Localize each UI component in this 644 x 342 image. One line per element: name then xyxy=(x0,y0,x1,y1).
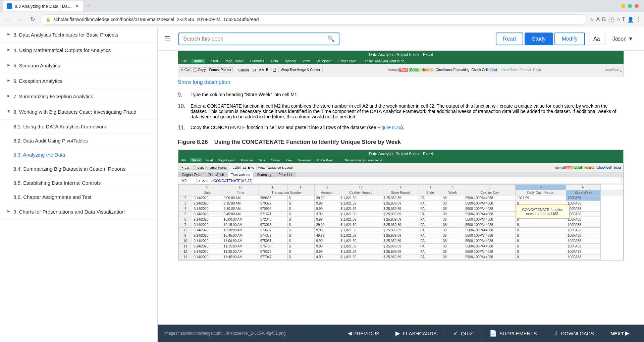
sidebar-item-ch8-3[interactable]: 8.3. Analyzing the Data xyxy=(13,148,157,162)
translate-icon[interactable]: T xyxy=(622,16,625,22)
wrap-text-btn[interactable]: Wrap Text xyxy=(258,166,272,169)
quiz-btn[interactable]: ✓ QUIZ xyxy=(445,325,481,342)
address-bar: ← → ↻ 🔒 scholar.flatworldknowledge.com/b… xyxy=(0,12,644,27)
col-header-i: I xyxy=(382,185,419,190)
flashcards-label: FLASHCARDS xyxy=(403,331,437,336)
font-size-btn[interactable]: Aa xyxy=(588,33,606,45)
supplements-btn[interactable]: 📄 SUPPLEMENTS xyxy=(481,325,545,342)
ribbon-home[interactable]: Home xyxy=(190,158,202,162)
bottom-url-text: images.flatworldknowledge.com/.../manzoe… xyxy=(164,331,286,336)
header-store-week: Store Week xyxy=(566,190,600,195)
sidebar-item-ch3[interactable]: ► 3. Data Analytics Techniques for Basic… xyxy=(0,27,157,43)
previous-btn[interactable]: ◀ PREVIOUS xyxy=(340,325,387,342)
underline-btn[interactable]: U xyxy=(252,166,255,169)
merge-center-btn[interactable]: Merge & Center xyxy=(272,166,294,169)
study-btn[interactable]: Study xyxy=(525,33,553,45)
ribbon-tellme[interactable]: Tell me what you want to do... xyxy=(343,158,386,162)
tab-audit[interactable]: Data Audit xyxy=(205,172,227,177)
ribbon-data[interactable]: Data xyxy=(257,158,267,162)
read-btn[interactable]: Read xyxy=(496,33,523,45)
ribbon-powerpivot[interactable]: Power Pivot xyxy=(315,158,334,162)
bottom-actions: ◀ PREVIOUS ▶ FLASHCARDS ✓ QUIZ 📄 SUPPLEM… xyxy=(340,325,637,342)
sidebar-item-ch6[interactable]: ► 6. Exception Analytics xyxy=(0,73,157,89)
step-9-text: Type the column heading "Store Week" int… xyxy=(191,92,624,98)
modify-btn[interactable]: Modify xyxy=(554,33,585,45)
ribbon-file[interactable]: File xyxy=(180,158,188,162)
address-actions: ☆ A G 🕐 ⌂ T 👤 ⋮ xyxy=(589,16,641,23)
search-icon[interactable]: 🔍 xyxy=(327,35,335,43)
close-btn[interactable] xyxy=(635,4,639,8)
col-header-g: G xyxy=(315,185,339,190)
italic-btn[interactable]: I xyxy=(251,166,252,169)
tab-summary[interactable]: Summary xyxy=(254,172,275,177)
sidebar-item-ch8-1[interactable]: 8.1. Using the DATA Analytics Framework xyxy=(13,120,157,134)
toolbar-cut[interactable]: ✂ Cut xyxy=(180,166,191,170)
next-btn[interactable]: NEXT ▶ xyxy=(602,325,637,342)
header-week: Week xyxy=(441,190,464,195)
reload-btn[interactable]: ↻ xyxy=(28,14,37,24)
tab-favicon: 🔵 xyxy=(7,3,12,9)
bold-btn[interactable]: B xyxy=(248,166,250,169)
tab-transactions[interactable]: Transactions xyxy=(228,172,254,177)
user-menu[interactable]: Jason ▼ xyxy=(608,34,637,44)
minimize-btn[interactable] xyxy=(621,4,625,8)
forward-btn[interactable]: → xyxy=(15,15,25,24)
sidebar-item-ch4[interactable]: ► 4. Using Mathematical Outputs for Anal… xyxy=(0,43,157,58)
formula-input[interactable] xyxy=(210,178,622,183)
tab-price-list[interactable]: Price List xyxy=(275,172,296,177)
back-btn[interactable]: ← xyxy=(3,15,13,24)
tab-original-data[interactable]: Original Data xyxy=(178,172,205,177)
neutral-style: Neutral xyxy=(583,166,595,169)
home-icon[interactable]: ⌂ xyxy=(617,16,620,22)
menu-icon[interactable]: ⋮ xyxy=(636,16,641,23)
row-2-dailycash: 1021.59 xyxy=(516,195,566,201)
toolbar-paste[interactable]: Format Painter xyxy=(206,166,229,170)
downloads-btn[interactable]: ⇩ DOWNLOADS xyxy=(545,325,602,342)
figure-link[interactable]: Figure 8.26 xyxy=(377,125,401,130)
ribbon-pagelayout[interactable]: Page Layout xyxy=(217,158,237,162)
hamburger-icon[interactable]: ☰ xyxy=(164,35,170,43)
col-header-d: D xyxy=(222,185,259,190)
sidebar-item-ch7[interactable]: ► 7. Summarizing Exception Analytics xyxy=(0,89,157,104)
step-9-num: 9. xyxy=(178,92,188,98)
ribbon-developer[interactable]: Developer xyxy=(296,158,313,162)
grammarly-icon[interactable]: G xyxy=(602,16,606,22)
next-label: NEXT xyxy=(610,331,624,336)
toolbar-copy[interactable]: 📋 Copy xyxy=(192,166,206,170)
header-transaction: Transaction Number xyxy=(259,190,314,195)
tab-close-btn[interactable]: ✕ xyxy=(75,3,79,9)
normal-style: Normal xyxy=(555,166,565,169)
sidebar-item-ch8[interactable]: ▼ 8. Working with Big Datasets Case: Inv… xyxy=(0,104,157,120)
maximize-btn[interactable] xyxy=(628,4,632,8)
sidebar-item-ch8-4[interactable]: 8.4. Summarizing Big Datasets in Custom … xyxy=(13,162,157,176)
adobe-icon[interactable]: A xyxy=(596,16,600,22)
sidebar-item-ch8-6[interactable]: 8.6. Chapter Assignments and Test xyxy=(13,190,157,204)
cell-reference-input[interactable] xyxy=(180,178,197,183)
supplements-icon: 📄 xyxy=(489,330,497,337)
ribbon-review[interactable]: Review xyxy=(269,158,282,162)
flashcards-btn[interactable]: ▶ FLASHCARDS xyxy=(387,325,445,342)
active-tab[interactable]: 🔵 8.3 Analyzing the Data | Data An... ✕ xyxy=(3,1,83,11)
search-input[interactable] xyxy=(183,36,325,42)
profile-icon[interactable]: 👤 xyxy=(627,16,634,23)
url-bar[interactable]: 🔒 scholar.flatworldknowledge.com/books/3… xyxy=(40,14,587,24)
sidebar-item-ch9[interactable]: ► 9. Charts for Presentations and Data V… xyxy=(0,204,157,220)
sidebar-item-ch8-5[interactable]: 8.5. Establishing Data Internal Controls xyxy=(13,176,157,190)
ssl-icon: 🔒 xyxy=(46,17,51,22)
show-description-link[interactable]: Show long description xyxy=(178,79,624,85)
next-arrow-icon: ▶ xyxy=(625,330,629,336)
new-tab-btn[interactable]: + xyxy=(85,3,94,10)
sidebar-item-ch5[interactable]: ► 5. Scenario Analytics xyxy=(0,58,157,73)
sidebar-item-text-ch3: 3. Data Analytics Techniques for Basic P… xyxy=(13,31,118,38)
ribbon-insert[interactable]: Insert xyxy=(204,158,215,162)
ribbon-view[interactable]: View xyxy=(284,158,294,162)
sidebar-item-ch8-2[interactable]: 8.2. Data Audit Using PivotTables xyxy=(13,134,157,148)
ribbon-formulas[interactable]: Formulas xyxy=(239,158,255,162)
previous-label: PREVIOUS xyxy=(354,331,380,336)
history-icon[interactable]: 🕐 xyxy=(608,16,615,23)
search-box[interactable]: 🔍 xyxy=(178,33,339,45)
sidebar-arrow-ch8: ▼ xyxy=(7,109,13,114)
header-time: Time xyxy=(222,190,259,195)
bookmark-icon[interactable]: ☆ xyxy=(589,16,594,23)
prev-arrow-icon: ◀ xyxy=(348,330,352,336)
